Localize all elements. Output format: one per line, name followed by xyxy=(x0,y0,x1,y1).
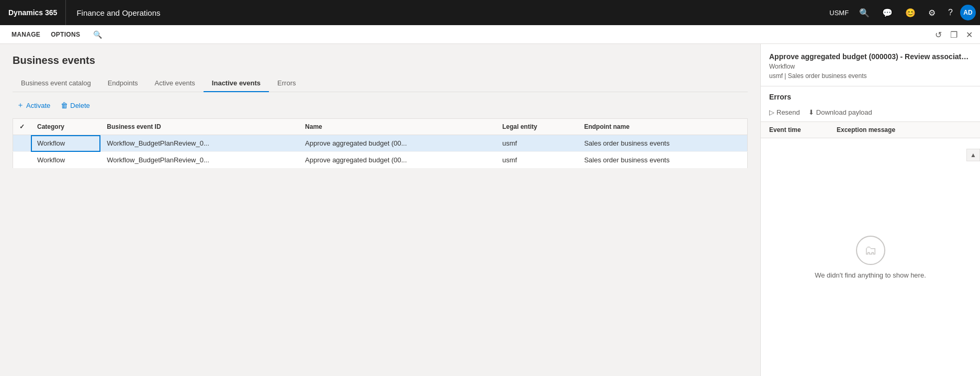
empty-state-message: We didn't find anything to show here. xyxy=(815,271,926,279)
empty-state-icon: 🗂 xyxy=(856,236,885,265)
header-endpoint-name[interactable]: Endpoint name xyxy=(578,119,747,135)
options-button[interactable]: OPTIONS xyxy=(46,25,85,43)
close-button[interactable]: ✕ xyxy=(963,29,976,41)
dynamics-logo-area[interactable]: Dynamics 365 xyxy=(0,0,66,25)
row2-legal-entity[interactable]: usmf xyxy=(496,152,578,169)
plus-icon: ＋ xyxy=(17,101,24,110)
row2-endpoint-name[interactable]: Sales order business events xyxy=(578,152,747,169)
row1-business-event-id[interactable]: Workflow_BudgetPlanReview_0... xyxy=(100,135,299,152)
table-header-row: ✓ Category Business event ID Name Legal … xyxy=(13,119,748,135)
dynamics-label: Dynamics 365 xyxy=(8,8,57,17)
tab-active[interactable]: Active events xyxy=(147,75,204,92)
left-panel: Business events Business event catalog E… xyxy=(0,44,760,376)
row2-category[interactable]: Workflow xyxy=(31,152,100,169)
download-icon: ⬇ xyxy=(808,108,814,116)
col-exception-message: Exception message xyxy=(837,126,972,134)
right-panel-header: Approve aggregated budget (000003) - Rev… xyxy=(761,44,980,86)
header-legal-entity[interactable]: Legal entity xyxy=(496,119,578,135)
search-icon-btn[interactable]: 🔍 xyxy=(854,4,875,22)
right-panel-meta: usmf | Sales order business events xyxy=(769,72,972,80)
row1-endpoint-name[interactable]: Sales order business events xyxy=(578,135,747,152)
settings-icon-btn[interactable]: ⚙ xyxy=(923,4,941,22)
avatar[interactable]: AD xyxy=(960,5,976,20)
header-category[interactable]: Category xyxy=(31,119,100,135)
scroll-up-button[interactable]: ▲ xyxy=(966,149,980,161)
header-checkmark: ✓ xyxy=(19,123,25,130)
inactive-events-table: ✓ Category Business event ID Name Legal … xyxy=(13,118,748,169)
tab-catalog[interactable]: Business event catalog xyxy=(13,75,99,92)
row2-name[interactable]: Approve aggregated budget (00... xyxy=(299,152,496,169)
activate-button[interactable]: ＋ Activate xyxy=(13,98,54,112)
chat-icon-btn[interactable]: 💬 xyxy=(877,4,898,22)
right-detail-panel: Approve aggregated budget (000003) - Rev… xyxy=(760,44,980,376)
right-panel-subtitle: Workflow xyxy=(769,63,972,70)
tabs-bar: Business event catalog Endpoints Active … xyxy=(13,75,748,92)
resend-icon: ▷ xyxy=(769,108,774,116)
errors-table-header: Event time Exception message xyxy=(761,122,980,138)
resend-button[interactable]: ▷ Resend xyxy=(769,107,800,117)
table-row[interactable]: Workflow Workflow_BudgetPlanReview_0... … xyxy=(13,152,748,169)
download-payload-button[interactable]: ⬇ Download payload xyxy=(808,107,872,117)
row1-legal-entity[interactable]: usmf xyxy=(496,135,578,152)
smiley-icon-btn[interactable]: 😊 xyxy=(900,4,921,22)
topbar-right-controls: USMF 🔍 💬 😊 ⚙ ? AD xyxy=(826,4,980,22)
col-event-time: Event time xyxy=(769,126,837,134)
app-label: Finance and Operations xyxy=(76,8,160,17)
right-panel-title: Approve aggregated budget (000003) - Rev… xyxy=(769,52,972,61)
errors-section-title: Errors xyxy=(761,86,980,105)
empty-state: 🗂 We didn't find anything to show here. xyxy=(761,138,980,376)
app-name-area: Finance and Operations xyxy=(66,8,826,17)
row2-business-event-id[interactable]: Workflow_BudgetPlanReview_0... xyxy=(100,152,299,169)
user-label: USMF xyxy=(826,9,852,17)
table-row[interactable]: Workflow Workflow_BudgetPlanReview_0... … xyxy=(13,135,748,152)
manage-button[interactable]: MANAGE xyxy=(6,25,46,43)
tab-endpoints[interactable]: Endpoints xyxy=(99,75,147,92)
action-bar: MANAGE OPTIONS 🔍 ↺ ❐ ✕ xyxy=(0,25,980,44)
top-navigation-bar: Dynamics 365 Finance and Operations USMF… xyxy=(0,0,980,25)
tab-inactive[interactable]: Inactive events xyxy=(204,75,269,92)
help-icon-btn[interactable]: ? xyxy=(943,4,958,21)
main-content: Business events Business event catalog E… xyxy=(0,44,980,376)
trash-icon: 🗑 xyxy=(61,101,68,109)
row1-name[interactable]: Approve aggregated budget (00... xyxy=(299,135,496,152)
delete-button[interactable]: 🗑 Delete xyxy=(57,99,94,112)
errors-toolbar: ▷ Resend ⬇ Download payload xyxy=(761,105,980,122)
row1-category[interactable]: Workflow xyxy=(31,135,100,152)
header-checkbox-col: ✓ xyxy=(13,119,31,135)
row1-checkbox[interactable] xyxy=(13,135,31,152)
page-title: Business events xyxy=(13,54,748,67)
actionbar-search-button[interactable]: 🔍 xyxy=(89,28,106,41)
tab-errors[interactable]: Errors xyxy=(269,75,304,92)
header-name[interactable]: Name xyxy=(299,119,496,135)
refresh-button[interactable]: ↺ xyxy=(932,29,945,41)
table-toolbar: ＋ Activate 🗑 Delete xyxy=(13,98,748,112)
restore-button[interactable]: ❐ xyxy=(947,29,961,41)
header-business-event-id[interactable]: Business event ID xyxy=(100,119,299,135)
row2-checkbox[interactable] xyxy=(13,152,31,169)
